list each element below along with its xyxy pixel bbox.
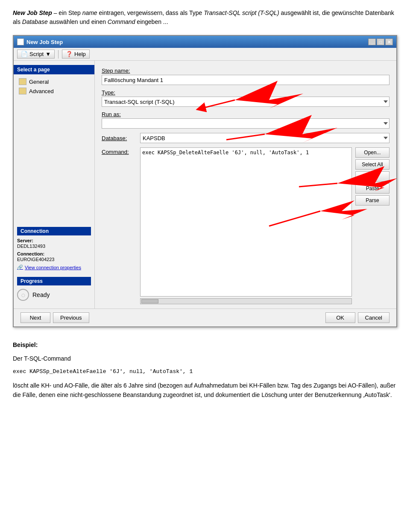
general-icon xyxy=(19,78,26,85)
tsql-label: Der T-SQL-Command xyxy=(13,354,397,363)
intro-italic-database: Database xyxy=(22,18,48,25)
script-button[interactable]: 📄 Script ▼ xyxy=(17,50,55,59)
server-value: DEDL132493 xyxy=(17,244,91,249)
window-title: New Job Step xyxy=(26,39,63,45)
sidebar-item-advanced-label: Advanced xyxy=(29,88,54,94)
run-as-row: Run as: xyxy=(102,111,390,129)
window-footer: Next Previous OK Cancel xyxy=(14,309,396,326)
database-row: Database: KAPSDB xyxy=(102,133,390,143)
next-button[interactable]: Next xyxy=(20,312,50,323)
toolbar-separator xyxy=(58,50,59,59)
previous-button[interactable]: Previous xyxy=(53,312,89,323)
window-toolbar: 📄 Script ▼ ❓ Help xyxy=(14,48,396,61)
step-name-input[interactable] xyxy=(102,75,390,85)
horizontal-scrollbar[interactable] xyxy=(140,298,352,304)
type-select[interactable]: Transact-SQL script (T-SQL) xyxy=(102,97,390,107)
step-name-label: Step name: xyxy=(102,68,390,74)
intro-text-1: – ein Step xyxy=(54,9,82,16)
intro-paragraph: New Job Step – ein Step name eintragen, … xyxy=(13,9,397,26)
titlebar-controls[interactable]: _ □ ✕ xyxy=(368,38,393,45)
ok-button[interactable]: OK xyxy=(325,312,355,323)
view-connection-label: View connection properties xyxy=(25,265,81,270)
sidebar-item-general-label: General xyxy=(29,79,49,85)
select-all-button[interactable]: Select All xyxy=(355,159,390,170)
connection-link-icon: 🔗 xyxy=(17,265,23,270)
select-a-page-header: Select a page xyxy=(14,65,94,74)
progress-status: Ready xyxy=(32,291,50,298)
run-as-select-wrapper xyxy=(102,118,390,129)
help-icon: ❓ xyxy=(66,51,73,57)
paste-button[interactable]: Paste xyxy=(355,183,390,194)
progress-header: Progress xyxy=(17,277,91,285)
view-connection-link[interactable]: 🔗 View connection properties xyxy=(17,265,91,270)
intro-italic-command: Command xyxy=(108,18,135,25)
titlebar-left: New Job Step xyxy=(17,38,63,45)
copy-button[interactable]: Copy xyxy=(355,171,390,182)
open-button[interactable]: Open... xyxy=(355,147,390,158)
left-panel: Select a page General Advanced Connectio… xyxy=(14,61,95,309)
advanced-icon xyxy=(19,88,26,94)
run-as-select[interactable] xyxy=(102,118,390,129)
command-textarea[interactable]: exec KAPSSp_DeleteAlteFaelle '6J', null,… xyxy=(140,147,352,297)
code-block: exec KAPSSp_DeleteAlteFaelle '6J', null,… xyxy=(13,366,397,376)
intro-italic-type: Transact-SQL script (T-SQL) xyxy=(204,9,279,16)
command-buttons: Open... Select All Copy Paste Parse xyxy=(355,147,390,304)
example-section: Beispiel: Der T-SQL-Command exec KAPSSp_… xyxy=(13,340,397,400)
connection-header: Connection xyxy=(17,227,91,235)
window-titlebar: New Job Step _ □ ✕ xyxy=(14,36,396,48)
database-select-wrapper: KAPSDB xyxy=(140,133,390,143)
new-job-step-window: New Job Step _ □ ✕ 📄 Script ▼ ❓ Help xyxy=(13,35,397,327)
database-label: Database: xyxy=(102,135,136,141)
spinner-icon: ◌ xyxy=(17,289,29,301)
help-label: Help xyxy=(74,51,86,57)
server-label: Server: xyxy=(17,238,91,243)
window-wrapper: New Job Step _ □ ✕ 📄 Script ▼ ❓ Help xyxy=(13,35,397,327)
scrollbar-thumb xyxy=(141,299,158,303)
connection-section: Connection Server: DEDL132493 Connection… xyxy=(14,223,94,273)
step-name-row: Step name: xyxy=(102,68,390,85)
script-dropdown-icon: ▼ xyxy=(45,51,51,57)
help-button[interactable]: ❓ Help xyxy=(62,50,90,59)
command-label: Command: xyxy=(102,147,136,304)
description-paragraph: löscht alle KH- und AO-Fälle, die älter … xyxy=(13,381,397,400)
sidebar-item-general[interactable]: General xyxy=(14,77,94,86)
cancel-button[interactable]: Cancel xyxy=(358,312,390,323)
window-icon xyxy=(17,38,24,45)
close-button[interactable]: ✕ xyxy=(385,38,393,45)
sidebar-item-advanced[interactable]: Advanced xyxy=(14,86,94,96)
intro-italic-name: name xyxy=(82,9,97,16)
right-panel: Step name: Type: Transact-SQL script (T-… xyxy=(95,61,396,309)
connection-value: EURO\GE404223 xyxy=(17,257,91,262)
script-label: Script xyxy=(29,51,44,57)
intro-text-2: eintragen, vergewissern, dass als Type xyxy=(99,9,204,16)
intro-text-5: eingeben ... xyxy=(137,18,168,25)
progress-row: ◌ Ready xyxy=(17,289,91,301)
database-select[interactable]: KAPSDB xyxy=(140,133,390,143)
script-icon: 📄 xyxy=(21,51,28,57)
minimize-button[interactable]: _ xyxy=(368,38,376,45)
connection-label: Connection: xyxy=(17,251,91,256)
run-as-label: Run as: xyxy=(102,111,390,118)
parse-button[interactable]: Parse xyxy=(355,195,390,206)
maximize-button[interactable]: □ xyxy=(377,38,384,45)
type-label: Type: xyxy=(102,89,390,96)
intro-text-4: auswählen und einen xyxy=(50,18,108,25)
code-line: exec KAPSSp_DeleteAlteFaelle '6J', null,… xyxy=(13,368,193,375)
progress-section: Progress ◌ Ready xyxy=(14,273,94,304)
intro-bold-new-job-step: New Job Step xyxy=(13,9,52,16)
command-content: exec KAPSSp_DeleteAlteFaelle '6J', null,… xyxy=(140,147,390,304)
command-area: Command: exec KAPSSp_DeleteAlteFaelle '6… xyxy=(102,147,390,304)
beispiel-header: Beispiel: xyxy=(13,340,397,350)
window-body: Select a page General Advanced Connectio… xyxy=(14,61,396,309)
type-select-wrapper: Transact-SQL script (T-SQL) xyxy=(102,97,390,107)
type-row: Type: Transact-SQL script (T-SQL) xyxy=(102,89,390,107)
